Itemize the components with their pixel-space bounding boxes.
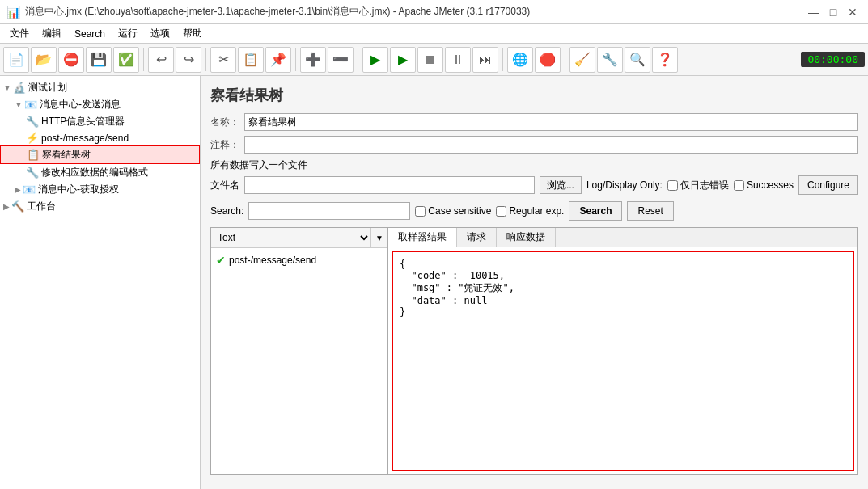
case-sensitive-check[interactable] (415, 206, 426, 217)
redo-button[interactable]: ↪ (176, 47, 201, 73)
menu-edit[interactable]: 编辑 (36, 25, 68, 42)
arrow-icon: ▶ (3, 202, 10, 211)
sidebar-label: 测试计划 (28, 81, 67, 95)
view-dropdown[interactable]: Text (211, 228, 371, 247)
sidebar-label: HTTP信息头管理器 (41, 115, 125, 129)
sidebar-item-post[interactable]: ⚡ post-/message/send (0, 130, 200, 145)
dropdown-arrow-button[interactable]: ▼ (371, 228, 387, 247)
sidebar-item-message-auth[interactable]: ▶ 📧 消息中心-获取授权 (0, 181, 200, 198)
log-error-label: 仅日志错误 (680, 179, 729, 192)
sidebar-label: 消息中心-获取授权 (38, 183, 119, 196)
search-toolbar-button[interactable]: 🔍 (625, 47, 650, 73)
dropdown-row: Text ▼ (211, 228, 387, 248)
clear-button[interactable]: 🧹 (569, 47, 595, 73)
next-button[interactable]: ⏭ (472, 47, 498, 73)
separator-2 (205, 48, 206, 71)
successes-label: Successes (747, 179, 794, 191)
open-button[interactable]: 📂 (31, 47, 57, 73)
save-button[interactable]: 💾 (86, 47, 112, 73)
restore-button[interactable]: □ (824, 3, 842, 21)
run-no-pause-button[interactable]: ▶ (390, 47, 416, 73)
new-button[interactable]: 📄 (3, 47, 29, 73)
http-header-icon: 🔧 (26, 116, 39, 128)
sidebar: ▼ 🔬 测试计划 ▼ 📧 消息中心-发送消息 🔧 HTTP信息头管理器 ⚡ po… (0, 76, 201, 489)
panel-title: 察看结果树 (210, 86, 858, 105)
comment-label: 注释： (210, 138, 239, 152)
remote-start-button[interactable]: 🌐 (507, 47, 533, 73)
run-button[interactable]: ▶ (362, 47, 388, 73)
results-detail-panel: 取样器结果 请求 响应数据 { "code" : -10015, "msg" :… (388, 227, 858, 475)
regular-exp-check[interactable] (496, 206, 506, 217)
result-tree-icon: 📋 (27, 149, 40, 161)
window-controls: — □ ✕ (805, 3, 862, 21)
close-button[interactable]: ✕ (844, 3, 862, 21)
cut-button[interactable]: ✂ (210, 47, 236, 73)
tab-request[interactable]: 请求 (457, 228, 497, 247)
results-tree-panel: Text ▼ ✔ post-/message/send (210, 227, 388, 475)
settings-button[interactable]: 🔧 (597, 47, 623, 73)
tab-response-data[interactable]: 响应数据 (497, 228, 556, 247)
successes-checkbox[interactable]: Successes (734, 179, 794, 191)
tab-sampler-results[interactable]: 取样器结果 (388, 228, 457, 247)
search-input[interactable] (248, 202, 410, 220)
stop-test-button[interactable]: ⏹ (417, 47, 443, 73)
remove-button[interactable]: ➖ (328, 47, 354, 73)
sidebar-label: post-/message/send (41, 133, 129, 144)
sidebar-item-result-tree[interactable]: 📋 察看结果树 (0, 145, 200, 164)
name-input[interactable] (244, 113, 858, 131)
arrow-icon: ▼ (15, 100, 23, 109)
undo-button[interactable]: ↩ (148, 47, 174, 73)
copy-button[interactable]: 📋 (238, 47, 264, 73)
add-button[interactable]: ➕ (300, 47, 326, 73)
name-row: 名称： (210, 113, 858, 131)
paste-button[interactable]: 📌 (265, 47, 291, 73)
menu-options[interactable]: 选项 (144, 25, 176, 42)
log-error-check[interactable] (667, 180, 678, 191)
main-layout: ▼ 🔬 测试计划 ▼ 📧 消息中心-发送消息 🔧 HTTP信息头管理器 ⚡ po… (0, 76, 868, 489)
minimize-button[interactable]: — (805, 3, 823, 21)
help-button[interactable]: ❓ (652, 47, 678, 73)
remote-stop-button[interactable]: 🛑 (535, 47, 561, 73)
test-plan-icon: 🔬 (13, 82, 26, 94)
log-error-checkbox[interactable]: 仅日志错误 (667, 179, 729, 192)
verify-button[interactable]: ✅ (113, 47, 139, 73)
search-row: Search: Case sensitive Regular exp. Sear… (210, 201, 858, 221)
reset-button[interactable]: Reset (627, 201, 673, 221)
result-item[interactable]: ✔ post-/message/send (211, 251, 387, 269)
browse-button[interactable]: 浏览... (540, 176, 582, 194)
sidebar-item-workbench[interactable]: ▶ 🔨 工作台 (0, 198, 200, 215)
separator-6 (565, 48, 565, 71)
successes-check[interactable] (734, 180, 744, 191)
file-input[interactable] (244, 176, 535, 194)
regular-exp-checkbox[interactable]: Regular exp. (496, 205, 564, 217)
pause-button[interactable]: ⏸ (445, 47, 471, 73)
sidebar-label: 工作台 (27, 200, 56, 213)
detail-content-area: { "code" : -10015, "msg" : "凭证无效", "data… (392, 251, 854, 471)
sidebar-label: 察看结果树 (42, 148, 91, 162)
result-tree-list: ✔ post-/message/send (211, 248, 387, 474)
case-sensitive-label: Case sensitive (428, 205, 491, 217)
sidebar-label: 修改相应数据的编码格式 (41, 166, 148, 179)
configure-button[interactable]: Configure (798, 175, 858, 195)
file-label: 文件名 (210, 179, 239, 192)
menu-run[interactable]: 运行 (112, 25, 144, 42)
stop-button[interactable]: ⛔ (58, 47, 84, 73)
log-display-label: Log/Display Only: (586, 179, 663, 191)
separator-4 (358, 48, 358, 71)
menu-help[interactable]: 帮助 (176, 25, 209, 42)
separator-5 (502, 48, 503, 71)
search-button[interactable]: Search (569, 201, 622, 221)
comment-input[interactable] (244, 136, 858, 154)
results-area: Text ▼ ✔ post-/message/send 取样器结果 请求 响应数… (210, 227, 858, 475)
case-sensitive-checkbox[interactable]: Case sensitive (415, 205, 491, 217)
toolbar: 📄 📂 ⛔ 💾 ✅ ↩ ↪ ✂ 📋 📌 ➕ ➖ ▶ ▶ ⏹ ⏸ ⏭ 🌐 🛑 🧹 … (0, 44, 868, 76)
menu-search[interactable]: Search (68, 27, 112, 41)
menu-file[interactable]: 文件 (3, 25, 36, 42)
content-panel: 察看结果树 名称： 注释： 所有数据写入一个文件 文件名 浏览... Log/D… (201, 76, 868, 489)
search-label: Search: (210, 205, 243, 217)
sidebar-item-test-plan[interactable]: ▼ 🔬 测试计划 (0, 79, 200, 96)
sidebar-item-message-send[interactable]: ▼ 📧 消息中心-发送消息 (0, 96, 200, 113)
sidebar-item-fix-encoding[interactable]: 🔧 修改相应数据的编码格式 (0, 164, 200, 181)
sidebar-item-http-header[interactable]: 🔧 HTTP信息头管理器 (0, 113, 200, 130)
menu-bar: 文件 编辑 Search 运行 选项 帮助 (0, 24, 868, 44)
